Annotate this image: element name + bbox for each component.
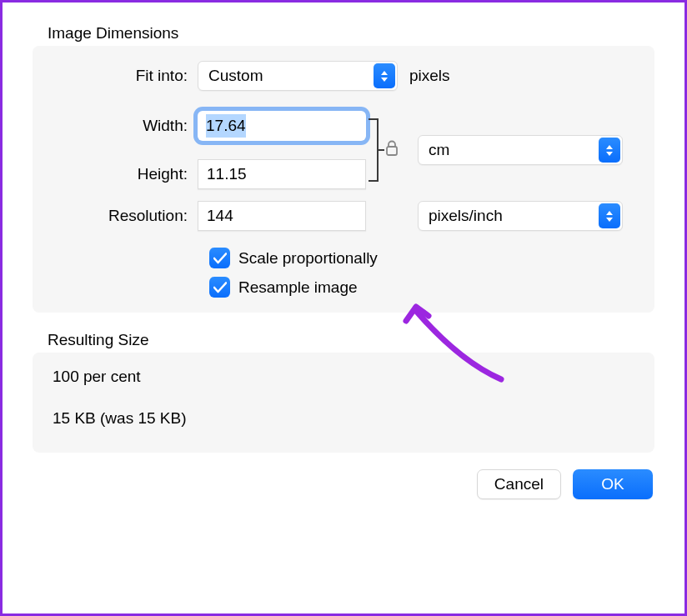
resample-image-checkbox[interactable]: Resample image [48,277,639,298]
height-input[interactable] [198,159,366,189]
width-value: 17.64 [206,114,246,138]
fit-into-select[interactable]: Custom [198,61,398,91]
fit-into-value: Custom [208,67,263,85]
resolution-unit-select[interactable]: pixels/inch [418,201,623,231]
checkmark-icon [209,277,230,298]
wh-unit-value: cm [429,141,449,159]
checkmark-icon [209,248,230,268]
chevron-up-down-icon [374,63,395,88]
dialog-buttons: Cancel OK [33,469,654,499]
chevron-up-down-icon [599,138,620,163]
resolution-unit-value: pixels/inch [429,207,503,225]
ok-button[interactable]: OK [573,469,653,499]
fit-into-row: Fit into: Custom pixels [48,59,639,93]
fit-into-unit-label: pixels [409,67,450,85]
aspect-lock-bracket [366,114,396,186]
scale-proportionally-label: Scale proportionally [238,249,378,268]
cancel-button[interactable]: Cancel [477,469,561,499]
width-label: Width: [48,117,198,135]
image-dimensions-panel: Fit into: Custom pixels Width: 17.64 Hei… [33,46,654,313]
resulting-size-panel: 100 per cent 15 KB (was 15 KB) [33,353,654,453]
resolution-row: Resolution: pixels/inch [48,199,639,233]
chevron-up-down-icon [599,203,620,228]
height-label: Height: [48,165,198,183]
fit-into-label: Fit into: [48,67,198,85]
result-size: 15 KB (was 15 KB) [53,409,634,428]
resolution-input[interactable] [198,201,366,231]
resolution-label: Resolution: [48,207,198,225]
scale-proportionally-checkbox[interactable]: Scale proportionally [48,248,639,268]
resulting-size-title: Resulting Size [33,331,654,349]
lock-icon[interactable] [383,140,401,160]
result-percent: 100 per cent [53,368,634,386]
width-input[interactable]: 17.64 [198,111,366,141]
width-height-unit-select[interactable]: cm [418,135,623,165]
resample-image-label: Resample image [238,278,358,297]
width-height-group: Width: 17.64 Height: [48,109,639,191]
image-dimensions-title: Image Dimensions [33,24,654,43]
svg-rect-0 [387,147,397,155]
bracket-icon [368,114,384,186]
